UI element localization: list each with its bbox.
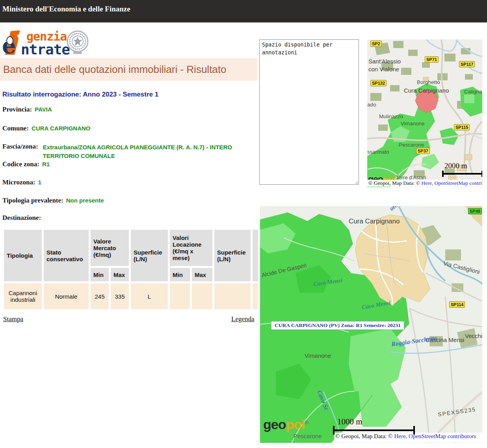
cell-locazione-min (170, 283, 190, 309)
field-comune-value: CURA CARPIGNANO (32, 125, 90, 132)
col-locazione-min: Min (170, 268, 190, 281)
map-label-borghetto: Borghetto (417, 79, 440, 86)
map-label-ssarmato: ssarmato (367, 149, 389, 156)
here-link[interactable]: Here, (422, 180, 433, 186)
quotations-table: Tipologia Stato conservativo Valore Merc… (2, 228, 260, 311)
field-comune: Comune:CURA CARPIGNANO (2, 125, 91, 132)
map-label-vecchia: Vecchia (465, 332, 482, 340)
cell-valore-max: 335 (111, 283, 129, 309)
zone-info-label: CURA CARPIGNANO (PV) Zona: R1 Semestre: … (271, 321, 404, 330)
road-badge-sp117: SP117 (459, 61, 475, 67)
cell-stato: Normale (44, 283, 89, 309)
map-label-pescarone-lg: Pescarone (294, 432, 322, 440)
overview-map[interactable]: SP2 SP71 SP117 SP132 SP115 SP37 Sant'Ale… (367, 39, 482, 187)
field-fascia-zona: Fascia/zona:Extraurbana/ZONA AGRICOLA PI… (2, 143, 242, 160)
field-destinazione: Destinazione: (2, 214, 41, 222)
scale-bar-lg (333, 426, 415, 435)
map-label-santalessio: Sant'Alessio con Vialone (368, 58, 401, 73)
scale-bar (442, 171, 482, 177)
cell-tipologia: Capannoni industriali (4, 283, 42, 309)
field-comune-label: Comune: (2, 125, 29, 132)
col-locazione-max: Max (192, 268, 212, 281)
result-heading: Risultato interrogazione: Anno 2023 - Se… (2, 91, 158, 99)
map-label-pescarone: Pescarone (399, 141, 424, 149)
ministry-bar: Ministero dell'Economia e delle Finanze (0, 0, 487, 22)
map-label-cura-carpignano-lg: Cura Carpignano (349, 217, 400, 226)
italy-emblem-icon (66, 28, 89, 56)
zone-map[interactable]: SP49 SP114 Cura Carpignano ona Alcide De… (260, 206, 482, 443)
field-tipologia-prevalente-value: Non presente (66, 197, 104, 204)
col-spacer (253, 230, 258, 281)
col-stato-conservativo: Stato conservativo (44, 230, 89, 281)
field-codice-zona-value: R1 (42, 161, 50, 167)
geopoi-logo: geopoi® (263, 418, 308, 431)
col-superficie-1: Superficie (L/N) (131, 230, 168, 281)
field-tipologia-prevalente-label: Tipologia prevalente: (2, 197, 63, 204)
road-badge-sp49: SP49 (468, 208, 482, 214)
col-superficie-2: Superficie (L/N) (214, 230, 251, 281)
map-label-ado: ado (367, 101, 376, 108)
map-label-calignano: Calignano (464, 88, 482, 95)
geopoi-geo-lg: geo (263, 417, 286, 432)
road-badge-sp37: SP37 (416, 148, 430, 154)
osm-link-lg[interactable]: OpenStreetMap contributors (409, 433, 476, 439)
col-valore-min: Min (91, 268, 109, 281)
map-attribution: © Geopoi, Map Data: © Here, OpenStreetMa… (367, 180, 482, 187)
attribution-text: © Geopoi, Map Data: © (368, 180, 422, 186)
registered-mark: ® (305, 420, 308, 426)
road-badge-sp2: SP2 (370, 41, 382, 47)
osm-link[interactable]: OpenStreetMap contributors (434, 180, 482, 186)
scale-label: 2000 m (444, 162, 467, 170)
map-label-vimanone: Vimanone (401, 120, 425, 127)
field-codice-zona-label: Codice zona: (2, 160, 39, 168)
field-provincia-label: Provincia: (2, 106, 32, 113)
table-row: Capannoni industriali Normale 245 335 L (4, 283, 258, 309)
map-label-cura-carpignano: Cura Carpignano (404, 87, 449, 95)
road-badge-sp115: SP115 (454, 124, 470, 130)
col-valori-locazione: Valori Locazione (€/mq x mese) (170, 230, 212, 266)
logo-mark-icon: e (3, 29, 21, 56)
map-label-vimanone-lg: Vimanone (305, 352, 331, 360)
road-badge-sp132: SP132 (370, 80, 387, 86)
page: Ministero dell'Economia e delle Finanze … (0, 0, 487, 448)
map-label-mulinazzo: Mulinazzo (379, 113, 403, 120)
cell-locazione-max (192, 283, 212, 309)
page-title: Banca dati delle quotazioni immobiliari … (0, 63, 227, 76)
col-tipologia: Tipologia (4, 230, 42, 281)
col-valore-mercato: Valore Mercato (€/mq) (91, 230, 129, 266)
cell-superficie-1: L (131, 283, 168, 309)
field-tipologia-prevalente: Tipologia prevalente:Non presente (2, 197, 104, 204)
field-provincia: Provincia:PAVIA (2, 106, 52, 113)
field-fascia-zona-value: Extraurbana/ZONA AGRICOLA PIANEGGIANTE (… (43, 143, 242, 160)
scale-label-lg: 1000 m (337, 417, 362, 427)
field-provincia-value: PAVIA (35, 106, 52, 113)
field-microzona-value: 1 (38, 179, 41, 186)
logo-text-entrate: ntrate (21, 41, 70, 58)
road-badge-sp71: SP71 (425, 56, 439, 63)
field-microzona: Microzona:1 (2, 178, 41, 186)
field-destinazione-label: Destinazione: (2, 214, 41, 221)
cell-spacer (253, 283, 258, 309)
field-microzona-label: Microzona: (2, 178, 35, 186)
agenzia-entrate-logo[interactable]: e genzia ntrate (2, 28, 87, 58)
road-badge-sp114: SP114 (449, 301, 465, 308)
geopoi-poi-lg: poi (286, 417, 305, 432)
field-fascia-zona-label: Fascia/zona: (2, 143, 38, 150)
legenda-link[interactable]: Legenda (231, 315, 255, 323)
cell-superficie-2 (214, 283, 251, 309)
page-title-banner: Banca dati delle quotazioni immobiliari … (0, 58, 257, 81)
ministry-title: Ministero dell'Economia e delle Finanze (2, 5, 130, 13)
cell-valore-min: 245 (91, 283, 109, 309)
stampa-link[interactable]: Stampa (3, 315, 23, 323)
field-codice-zona: Codice zona:R1 (2, 160, 50, 168)
annotations-textarea[interactable]: Spazio disponibile per annotazioni (259, 39, 359, 185)
col-valore-max: Max (111, 268, 129, 281)
